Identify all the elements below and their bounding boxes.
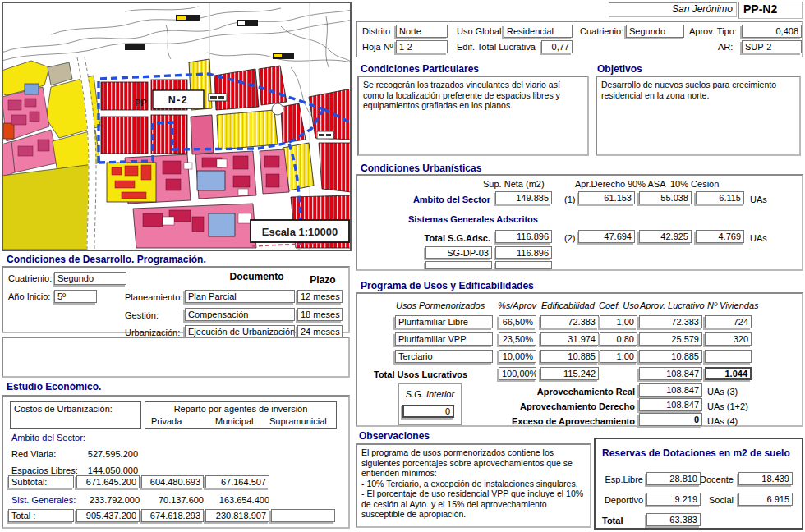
observaciones-box: El programa de usos pormenorizados conti…: [356, 443, 591, 528]
subtotal-municipal-field[interactable]: 67.164.507: [205, 475, 269, 488]
ano-inicio-field[interactable]: 5º: [54, 290, 97, 303]
desarrollo-notes-box: [2, 337, 350, 378]
total-total-field[interactable]: 905.437.200: [76, 509, 140, 522]
col-privada: Privada: [151, 416, 182, 427]
docente-field[interactable]: 18.439: [738, 472, 793, 485]
sg-asa-field[interactable]: 42.925: [639, 230, 692, 243]
cuatrienio-field[interactable]: Segundo: [54, 272, 126, 285]
gestion-doc-field[interactable]: Compensación: [185, 308, 295, 321]
observaciones-line3: - El porcentaje de uso residencial VPP q…: [357, 488, 590, 520]
viviendas-field[interactable]: 320: [705, 332, 752, 346]
aprov-field[interactable]: 72.383: [639, 315, 702, 328]
sist-total-value: 233.792.000: [76, 495, 140, 506]
esp-libre-label: Esp.Libre: [600, 475, 643, 485]
uso-field[interactable]: Terciario: [395, 350, 493, 363]
edif-field[interactable]: 72.383: [540, 315, 599, 328]
desarrollo-title: Condiciones de Desarrollo. Programación.: [7, 254, 206, 265]
total-privada-field[interactable]: 674.618.293: [141, 509, 204, 522]
aprov-field[interactable]: 25.579: [639, 332, 702, 346]
total-municipal-field[interactable]: 230.818.907: [205, 509, 269, 522]
exceso-label: Exceso de Aprovechamiento: [456, 416, 635, 427]
uso-field[interactable]: Plurifamiliar Libre: [395, 315, 493, 328]
sg-code-empty-field[interactable]: [426, 261, 492, 269]
ambito-derecho-field[interactable]: 61.153: [578, 191, 635, 204]
gestion-plazo-field[interactable]: 18 meses: [297, 308, 343, 321]
edif-field[interactable]: 0,77: [541, 40, 573, 53]
cond-particulares-box: Se recogerán los trazados vinculantes de…: [357, 76, 589, 156]
distrito-label: Distrito: [362, 26, 390, 37]
hoja-field[interactable]: 1-2: [396, 40, 448, 53]
distrito-field[interactable]: Norte: [396, 25, 448, 38]
ambito-sup-neta-field[interactable]: 149.885: [495, 191, 552, 204]
col-pct: %s/Aprov: [498, 300, 536, 311]
total-viviendas-field[interactable]: 1.044: [705, 367, 752, 380]
aprov-derecho-field[interactable]: 108.847: [639, 398, 702, 411]
sistemas-generales-title: Sistemas Generales Adscritos: [408, 214, 538, 225]
uso-global-label: Uso Global: [457, 26, 501, 37]
total-sg-sup-field[interactable]: 116.896: [495, 230, 552, 243]
ambito-asa-field[interactable]: 55.038: [639, 191, 692, 204]
subtotal-privada-field[interactable]: 604.480.693: [141, 475, 204, 488]
total-sg-label: Total S.G.Adsc.: [374, 233, 490, 244]
pct-field[interactable]: 10,00%: [499, 350, 536, 363]
estudio-title: Estudio Económico.: [7, 381, 101, 392]
deportivo-field[interactable]: 9.219: [646, 493, 701, 506]
sg-cesion-field[interactable]: 4.769: [696, 230, 744, 243]
cuatrienio-label: Cuatrienio:: [8, 273, 52, 284]
col-sup-neta: Sup. Neta (m2): [483, 179, 545, 190]
aprov-field[interactable]: 10.885: [639, 350, 702, 363]
col-coef: Coef. Uso: [599, 300, 639, 311]
total-label-box: Total :: [8, 509, 74, 522]
total-pct-field[interactable]: 100,00%: [499, 367, 536, 380]
ar-label: AR:: [718, 42, 733, 53]
aprov-tipo-label: Aprov. Tipo:: [689, 26, 737, 37]
total-usos-label: Total Usos Lucrativos: [374, 369, 467, 380]
plazo-header: Plazo: [302, 275, 343, 286]
ficha-urbanistica-page: PP N-2 Escala 1:10000 San Jerónimo PP-N2…: [0, 0, 805, 532]
cond-urbanisticas-title: Condiciones Urbanísticas: [361, 163, 481, 174]
sg-interior-field[interactable]: 0: [402, 405, 454, 418]
uso-global-field[interactable]: Residencial: [504, 25, 573, 38]
col-viviendas: Nº Viviendas: [707, 300, 759, 311]
ar-field[interactable]: SUP-2: [742, 40, 802, 53]
viviendas-field[interactable]: [705, 350, 752, 363]
exceso-field[interactable]: 0: [639, 413, 702, 426]
edif-field[interactable]: 31.974: [540, 332, 599, 346]
total-edif-field[interactable]: 115.242: [540, 367, 599, 380]
documento-header: Documento: [209, 272, 304, 282]
programa-title: Programa de Usos y Edificabilidades: [361, 280, 534, 291]
sg-sup-empty-field[interactable]: [495, 261, 552, 269]
col-apr-derecho: Apr.Derecho: [575, 179, 625, 190]
cuatrienio-header-field[interactable]: Segundo: [626, 25, 684, 38]
planeamiento-plazo-field[interactable]: 12 meses: [297, 290, 343, 303]
coef-field[interactable]: 1,00: [600, 315, 637, 328]
aprov-real-field[interactable]: 108.847: [639, 383, 702, 397]
map-scale-label: Escala 1:10000: [262, 226, 338, 238]
sist-generales-label: Sist. Generales:: [12, 495, 76, 506]
ambito-cesion-field[interactable]: 6.115: [696, 191, 744, 204]
edif-field[interactable]: 10.885: [540, 350, 599, 363]
coef-field[interactable]: 0,80: [600, 332, 637, 346]
col-cesion: 10% Cesión: [670, 179, 719, 190]
pct-field[interactable]: 23,50%: [499, 332, 536, 346]
sg-derecho-field[interactable]: 47.694: [578, 230, 635, 243]
reservas-total-field[interactable]: 63.383: [646, 513, 701, 526]
social-field[interactable]: 6.915: [738, 493, 793, 506]
viviendas-field[interactable]: 724: [705, 315, 752, 328]
total-supra-empty-field[interactable]: [271, 509, 335, 522]
subtotal-total-field[interactable]: 671.645.200: [76, 475, 140, 488]
planeamiento-doc-field[interactable]: Plan Parcial: [185, 290, 295, 303]
sg-code-sup-field[interactable]: 116.896: [495, 246, 552, 259]
roundabout: [272, 103, 283, 115]
estudio-ambito-label: Ámbito del Sector:: [12, 433, 85, 443]
uso-field[interactable]: Plurifamiliar VPP: [395, 332, 493, 346]
aprov-derecho-label: Aprovechamiento Derecho: [456, 401, 635, 412]
total-aprov-field[interactable]: 108.847: [639, 367, 702, 380]
col-supramunicial: Supramunicial: [269, 416, 327, 427]
pct-field[interactable]: 66,50%: [499, 315, 536, 328]
aprov-tipo-field[interactable]: 0,408: [742, 25, 802, 38]
sg-code-field[interactable]: SG-DP-03: [426, 246, 492, 259]
cuatrienio-header-label: Cuatrienio:: [580, 26, 623, 37]
coef-field[interactable]: 1,00: [600, 350, 637, 363]
esp-libre-field[interactable]: 28.810: [646, 472, 701, 485]
